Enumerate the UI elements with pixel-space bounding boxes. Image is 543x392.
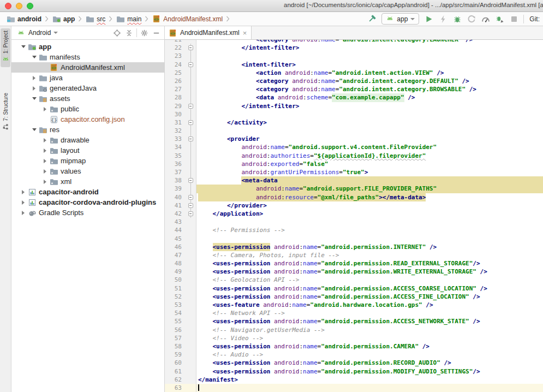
code-line-24[interactable]: 24 <intent-filter> (165, 61, 543, 69)
collapsed-arrow-icon[interactable] (41, 180, 49, 184)
code-line-34[interactable]: 34 android:name="android.support.v4.cont… (165, 143, 543, 151)
expanded-arrow-icon[interactable] (30, 128, 38, 131)
breadcrumb-item-src[interactable]: src (83, 14, 107, 24)
code-line-51[interactable]: 51 <uses-permission android:name="androi… (165, 284, 543, 293)
code-line-39[interactable]: 39 android:name="android.support.FILE_PR… (165, 185, 543, 193)
fold-marker-icon[interactable] (185, 176, 196, 185)
tree-item-generatedjava[interactable]: generatedJava (11, 83, 164, 93)
tree-item-capacitor-android[interactable]: capacitor-android (11, 187, 164, 197)
collapsed-arrow-icon[interactable] (30, 76, 38, 80)
structure-tool-button[interactable]: 7: Structure (1, 91, 10, 134)
code-line-63[interactable]: 63 (165, 384, 543, 392)
tree-item-capacitor-config-json[interactable]: {}capacitor.config.json (11, 114, 164, 124)
fold-marker-icon[interactable] (185, 44, 196, 52)
project-tool-button[interactable]: 1: Project (1, 28, 10, 67)
tree-item-xml[interactable]: xml (11, 176, 164, 187)
code-line-25[interactable]: 25 <action android:name="android.intent.… (165, 69, 543, 77)
zoom-window-button[interactable] (27, 3, 33, 9)
profiler-icon[interactable] (481, 14, 490, 23)
code-line-48[interactable]: 48 <uses-permission android:name="androi… (165, 259, 543, 268)
fold-marker-icon[interactable] (185, 135, 196, 143)
code-line-30[interactable]: 30 (165, 110, 543, 118)
collapse-all-icon[interactable] (124, 28, 134, 38)
close-tab-icon[interactable]: × (243, 29, 247, 37)
code-line-31[interactable]: 31 </activity> (165, 118, 543, 127)
tree-item-mipmap[interactable]: mipmap (11, 156, 164, 166)
collapsed-arrow-icon[interactable] (41, 159, 49, 163)
debug-icon[interactable] (452, 14, 462, 23)
code-line-26[interactable]: 26 <category android:name="android.inten… (165, 77, 543, 85)
code-line-60[interactable]: 60 <uses-permission android:name="androi… (165, 359, 543, 367)
tree-item-layout[interactable]: layout (11, 145, 164, 156)
collapsed-arrow-icon[interactable] (19, 211, 27, 215)
breadcrumb-item-android[interactable]: android (4, 14, 43, 24)
code-line-46[interactable]: 46 <uses-permission android:name="androi… (165, 243, 543, 251)
settings-icon[interactable] (140, 28, 149, 38)
collapsed-arrow-icon[interactable] (30, 86, 38, 91)
code-line-29[interactable]: 29 </intent-filter> (165, 102, 543, 110)
project-view-selector[interactable]: Android (28, 29, 51, 37)
locate-icon[interactable] (112, 28, 122, 38)
git-widget[interactable]: Git: (529, 15, 540, 23)
minimize-window-button[interactable] (16, 3, 22, 9)
code-line-33[interactable]: 33 <provider (165, 135, 543, 143)
build-hammer-icon[interactable] (367, 14, 377, 23)
tree-item-java[interactable]: java (11, 73, 164, 83)
tab-androidmanifest[interactable]: <> AndroidManifest.xml × (165, 26, 252, 39)
code-line-21[interactable]: 21 <category android:name="android.inten… (165, 40, 543, 44)
code-line-62[interactable]: 62</manifest> (165, 376, 543, 384)
code-line-58[interactable]: 58 <uses-permission android:name="androi… (165, 342, 543, 351)
code-line-32[interactable]: 32 (165, 127, 543, 135)
expanded-arrow-icon[interactable] (30, 56, 38, 58)
tree-item-public[interactable]: public (11, 104, 164, 114)
tree-item-gradle-scripts[interactable]: Gradle Scripts (11, 207, 164, 218)
code-line-56[interactable]: 56 <!-- Navigator.getUserMedia --> (165, 326, 543, 334)
close-window-button[interactable] (5, 3, 11, 9)
collapsed-arrow-icon[interactable] (19, 190, 27, 194)
code-line-43[interactable]: 43 (165, 218, 543, 226)
fold-marker-icon[interactable] (185, 61, 196, 69)
chevron-down-icon[interactable] (53, 32, 58, 34)
collapsed-arrow-icon[interactable] (41, 149, 49, 153)
tree-item-capacitor-cordova-android-plugins[interactable]: capacitor-cordova-android-plugins (11, 197, 164, 207)
collapsed-arrow-icon[interactable] (41, 169, 49, 174)
code-line-47[interactable]: 47 <!-- Camera, Photos, input file --> (165, 251, 543, 259)
breadcrumb-item-app[interactable]: app (50, 14, 76, 24)
expanded-arrow-icon[interactable] (19, 45, 27, 48)
code-line-59[interactable]: 59 <!-- Audio --> (165, 351, 543, 359)
code-editor[interactable]: 21 <category android:name="android.inten… (165, 40, 543, 392)
tree-item-manifests[interactable]: manifests (11, 52, 164, 62)
hide-panel-icon[interactable] (152, 28, 161, 38)
code-line-22[interactable]: 22 </intent-filter> (165, 44, 543, 52)
code-line-49[interactable]: 49 <uses-permission android:name="androi… (165, 268, 543, 276)
breadcrumb-item-main[interactable]: main (114, 14, 143, 24)
code-line-45[interactable]: 45 (165, 235, 543, 243)
code-line-57[interactable]: 57 <!-- Video --> (165, 334, 543, 342)
collapsed-arrow-icon[interactable] (41, 107, 49, 111)
fold-marker-icon[interactable] (185, 193, 196, 201)
fold-marker-icon[interactable] (185, 102, 196, 110)
tree-item-drawable[interactable]: drawable (11, 135, 164, 145)
code-line-53[interactable]: 53 <uses-feature android:name="android.h… (165, 301, 543, 309)
breadcrumb-item-androidmanifest-xml[interactable]: <>AndroidManifest.xml (150, 14, 224, 24)
code-line-52[interactable]: 52 <uses-permission android:name="androi… (165, 293, 543, 301)
code-line-50[interactable]: 50 <!-- Geolocation API --> (165, 276, 543, 284)
code-line-54[interactable]: 54 <!-- Network API --> (165, 309, 543, 317)
run-configuration-select[interactable]: app (381, 13, 419, 25)
code-line-28[interactable]: 28 <data android:scheme="com.example.cap… (165, 93, 543, 102)
code-line-36[interactable]: 36 android:exported="false" (165, 160, 543, 168)
code-line-55[interactable]: 55 <uses-permission android:name="androi… (165, 317, 543, 325)
code-line-23[interactable]: 23 (165, 52, 543, 60)
expanded-arrow-icon[interactable] (30, 97, 38, 100)
collapsed-arrow-icon[interactable] (41, 138, 49, 142)
code-line-38[interactable]: 38 <meta-data (165, 176, 543, 185)
tree-item-res[interactable]: res (11, 124, 164, 135)
fold-marker-icon[interactable] (185, 201, 196, 210)
run-icon[interactable] (424, 14, 433, 23)
code-line-35[interactable]: 35 android:authorities="${applicationId}… (165, 152, 543, 160)
tree-item-androidmanifest-xml[interactable]: <>AndroidManifest.xml (11, 62, 164, 73)
collapsed-arrow-icon[interactable] (19, 200, 27, 205)
code-line-42[interactable]: 42 </application> (165, 210, 543, 218)
code-line-37[interactable]: 37 android:grantUriPermissions="true"> (165, 168, 543, 176)
tree-item-assets[interactable]: assets (11, 93, 164, 104)
